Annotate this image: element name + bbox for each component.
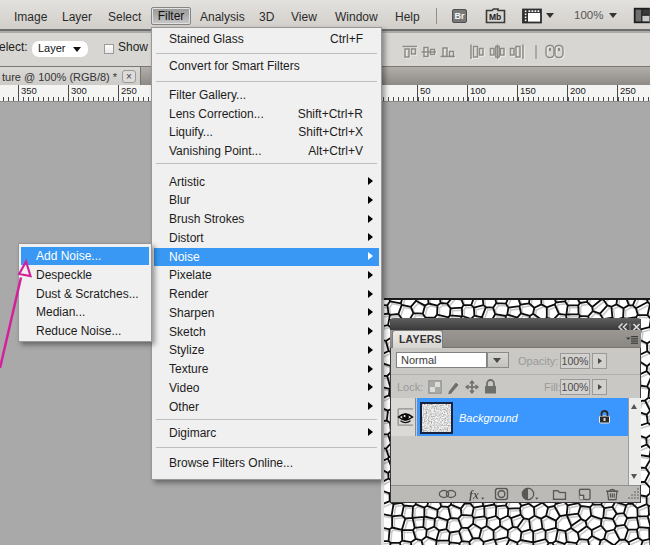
- svg-text:200: 200: [570, 85, 586, 96]
- svg-text:50: 50: [420, 85, 431, 96]
- svg-text:fx: fx: [469, 488, 479, 502]
- svg-text:Mb: Mb: [489, 12, 501, 22]
- svg-text:100: 100: [470, 85, 486, 96]
- svg-text:300: 300: [71, 85, 87, 96]
- svg-text:350: 350: [21, 85, 37, 96]
- svg-text:150: 150: [520, 85, 536, 96]
- svg-text:250: 250: [620, 85, 636, 96]
- svg-text:250: 250: [121, 85, 137, 96]
